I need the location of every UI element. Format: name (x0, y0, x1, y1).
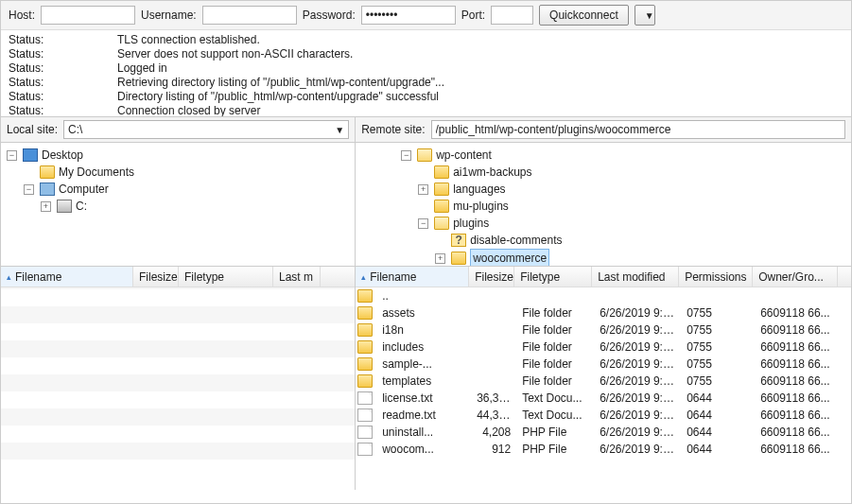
message-log[interactable]: Status:TLS connection established.Status… (1, 30, 851, 117)
log-label: Status: (9, 104, 117, 117)
quickconnect-toolbar: Host: Username: Password: Port: Quickcon… (1, 1, 851, 30)
folder-icon (434, 165, 449, 179)
unknown-folder-icon: ? (451, 234, 466, 247)
file-row[interactable]: license.txt36,318Text Docu...6/26/2019 9… (356, 390, 851, 407)
folder-icon (357, 289, 373, 303)
folder-icon (357, 306, 373, 320)
folder-open-icon (434, 217, 449, 230)
folder-icon (451, 252, 466, 265)
log-message: Connection closed by server (117, 104, 260, 117)
expand-icon[interactable]: + (41, 201, 51, 212)
collapse-icon[interactable]: − (401, 150, 411, 161)
folder-icon (434, 182, 449, 196)
collapse-icon[interactable]: − (7, 150, 17, 161)
column-header[interactable]: Last m (273, 267, 321, 287)
file-icon (357, 426, 373, 439)
file-row[interactable]: woocom...912PHP File6/26/2019 9:34:...06… (356, 441, 851, 458)
host-label: Host: (9, 9, 35, 22)
file-icon (357, 391, 373, 405)
port-input[interactable] (491, 6, 533, 25)
tree-item-ai1wm[interactable]: ai1wm-backups (453, 164, 531, 181)
tree-item-computer[interactable]: Computer (59, 181, 109, 198)
collapse-icon[interactable]: − (24, 184, 34, 195)
computer-icon (40, 182, 55, 196)
column-header[interactable]: Last modified (592, 267, 679, 287)
quickconnect-button[interactable]: Quickconnect (539, 5, 629, 26)
remote-site-panel: Remote site: −wp-content ai1wm-backups +… (356, 117, 851, 266)
username-label: Username: (141, 9, 197, 22)
tree-item-languages[interactable]: languages (453, 181, 505, 198)
tree-item-woocommerce[interactable]: woocommerce (470, 249, 549, 266)
file-row[interactable]: assetsFile folder6/26/2019 9:34:...07556… (356, 304, 851, 322)
log-message: Logged in (117, 61, 167, 76)
local-tree[interactable]: −Desktop My Documents −Computer +C: (1, 143, 355, 266)
column-header[interactable]: Filesize (133, 267, 179, 287)
tree-item-disable[interactable]: disable-comments (470, 232, 562, 249)
tree-item-mydocs[interactable]: My Documents (59, 164, 134, 181)
log-message: Retrieving directory listing of "/public… (117, 76, 444, 90)
desktop-icon (23, 148, 38, 162)
folder-icon (357, 323, 373, 337)
quickconnect-history-button[interactable]: ▼ (635, 5, 655, 26)
remote-file-list[interactable]: ▴FilenameFilesizeFiletypeLast modifiedPe… (356, 267, 851, 490)
column-header[interactable]: ▴Filename (356, 267, 469, 287)
chevron-down-icon[interactable]: ▼ (335, 125, 344, 135)
log-label: Status: (9, 61, 117, 76)
folder-icon (357, 340, 373, 354)
log-message: Directory listing of "/public_html/wp-co… (117, 90, 439, 104)
tree-item-desktop[interactable]: Desktop (42, 147, 83, 164)
sort-asc-icon: ▴ (7, 272, 11, 282)
log-label: Status: (9, 47, 117, 61)
column-header[interactable]: Filesize (469, 267, 514, 287)
tree-item-c-drive[interactable]: C: (76, 198, 87, 215)
remote-site-label: Remote site: (361, 123, 425, 136)
collapse-icon[interactable]: − (418, 218, 428, 229)
column-header[interactable]: ▴Filename (1, 267, 133, 287)
local-path-input[interactable]: C:\ ▼ (63, 120, 349, 139)
folder-open-icon (417, 148, 432, 162)
file-row[interactable]: templatesFile folder6/26/2019 9:34:...07… (356, 373, 851, 390)
folder-icon (357, 374, 373, 388)
column-header[interactable]: Filetype (179, 267, 273, 287)
column-header[interactable]: Filetype (514, 267, 592, 287)
folder-icon (40, 165, 55, 179)
log-label: Status: (9, 76, 117, 90)
local-file-rows[interactable] (1, 287, 355, 477)
parent-dir-row[interactable]: .. (356, 287, 851, 304)
expand-icon[interactable]: + (418, 184, 428, 195)
username-input[interactable] (202, 6, 297, 25)
file-row[interactable]: i18nFile folder6/26/2019 9:34:...0755660… (356, 322, 851, 339)
tree-item-plugins[interactable]: plugins (453, 215, 489, 232)
column-header[interactable]: Owner/Gro... (753, 267, 838, 287)
log-message: TLS connection established. (117, 33, 260, 47)
file-row[interactable]: includesFile folder6/26/2019 9:34:...075… (356, 339, 851, 356)
drive-icon (57, 200, 72, 213)
log-message: Server does not support non-ASCII charac… (117, 47, 353, 61)
local-file-list[interactable]: ▴FilenameFilesizeFiletypeLast m (1, 267, 356, 490)
tree-item-wpcontent[interactable]: wp-content (436, 147, 492, 164)
expand-icon[interactable]: + (435, 253, 445, 264)
password-label: Password: (303, 9, 356, 22)
host-input[interactable] (41, 6, 135, 25)
file-row[interactable]: sample-...File folder6/26/2019 9:34:...0… (356, 356, 851, 373)
local-site-panel: Local site: C:\ ▼ −Desktop My Documents … (1, 117, 356, 266)
file-icon (357, 443, 373, 456)
password-input[interactable] (361, 6, 456, 25)
log-label: Status: (9, 33, 117, 47)
file-row[interactable]: readme.txt44,369Text Docu...6/26/2019 9:… (356, 407, 851, 424)
folder-icon (357, 357, 373, 371)
log-label: Status: (9, 90, 117, 104)
tree-item-muplugins[interactable]: mu-plugins (453, 198, 509, 215)
file-icon (357, 408, 373, 422)
port-label: Port: (461, 9, 485, 22)
remote-tree[interactable]: −wp-content ai1wm-backups +languages mu-… (356, 143, 851, 266)
column-header[interactable]: Permissions (679, 267, 753, 287)
file-row[interactable]: uninstall...4,208PHP File6/26/2019 9:34:… (356, 424, 851, 441)
local-site-label: Local site: (7, 123, 58, 136)
chevron-down-icon: ▼ (645, 10, 654, 21)
sort-asc-icon: ▴ (361, 272, 366, 282)
folder-icon (434, 200, 449, 213)
remote-path-input[interactable] (431, 120, 845, 139)
